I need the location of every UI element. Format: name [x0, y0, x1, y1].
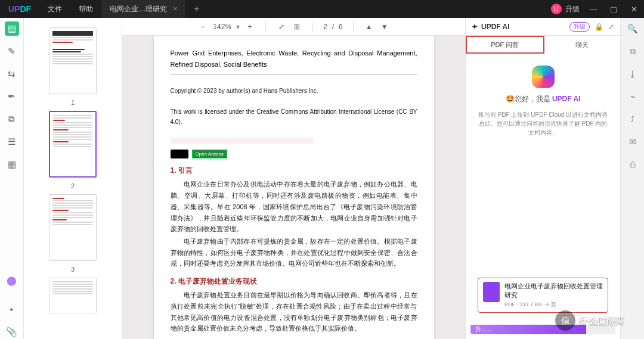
thumb-label-3: 3: [71, 266, 75, 273]
open-access-badge: Open Access: [192, 150, 227, 158]
form-icon[interactable]: ☰: [5, 135, 19, 149]
zoom-out-button[interactable]: −: [197, 21, 208, 32]
outline-icon[interactable]: ▤: [5, 21, 19, 36]
ai-tab-chat[interactable]: 聊天: [544, 36, 621, 54]
view-toolbar: − 142%▾ + ⤢ ⊞ 2 / 6 ▲ ▼: [122, 18, 465, 36]
next-page-button[interactable]: ▼: [379, 21, 390, 32]
page-sep: /: [332, 23, 334, 31]
minimize-button[interactable]: —: [583, 5, 603, 14]
sparkle-icon: ✦: [472, 23, 478, 31]
ai-flower-icon: [532, 66, 555, 88]
fit-width-icon[interactable]: ⤢: [276, 21, 287, 32]
export-icon[interactable]: ⭳: [626, 67, 640, 81]
ai-file-card[interactable]: 电网企业电子废弃物回收处置管理研究 PDF · 312.7 KB · 6 页: [478, 278, 608, 313]
page-current[interactable]: 2: [323, 23, 327, 31]
ai-tab-qa[interactable]: PDF 问答: [466, 36, 544, 54]
copyright-line-1: Copyright © 2023 by author(s) and Hans P…: [171, 86, 417, 96]
keywords-line: Power Grid Enterprises, Electronic Waste…: [171, 48, 417, 70]
thumb-page-1[interactable]: [49, 27, 97, 94]
menu-file[interactable]: 文件: [39, 4, 70, 14]
zoom-in-button[interactable]: +: [244, 21, 255, 32]
search-icon[interactable]: 🔍: [626, 21, 640, 36]
maximize-button[interactable]: ▢: [603, 5, 624, 14]
prev-page-button[interactable]: ▲: [364, 21, 374, 32]
sign-icon[interactable]: ✒: [5, 89, 19, 104]
share-icon[interactable]: ⤴: [626, 112, 640, 126]
ai-panel-title: ✦ UPDF AI: [472, 23, 510, 31]
redact-icon[interactable]: ▦: [5, 157, 19, 172]
print-icon[interactable]: ⎙: [626, 157, 640, 172]
bookmark-icon[interactable]: ⭑: [5, 302, 19, 316]
document-tab[interactable]: 电网企业…理研究 ×: [101, 0, 185, 18]
mail-icon[interactable]: ✉: [626, 135, 640, 149]
page-total: 6: [339, 23, 343, 31]
pdf-page[interactable]: Power Grid Enterprises, Electronic Waste…: [154, 36, 434, 339]
file-name: 电网企业电子废弃物回收处置管理研究: [504, 282, 603, 300]
ai-panel: ✦ UPDF AI 升级 🔒 ⤢ PDF 问答 聊天 🤩您好，我是 UPDF A…: [465, 18, 620, 339]
ai-greeting: 🤩您好，我是 UPDF AI: [506, 94, 581, 104]
user-avatar-icon: U: [551, 4, 562, 14]
ocr-icon[interactable]: ⌁: [626, 89, 640, 104]
thumbnail-panel: 1 2 3: [24, 18, 122, 339]
thumb-page-4[interactable]: [49, 278, 97, 313]
file-meta: PDF · 312.7 KB · 6 页: [504, 301, 603, 309]
close-window-button[interactable]: ✕: [624, 5, 644, 14]
menu-help[interactable]: 帮助: [70, 4, 101, 14]
ai-lock-icon[interactable]: 🔒: [595, 23, 603, 31]
thumb-page-3[interactable]: [49, 194, 97, 261]
convert-icon[interactable]: ⇆: [5, 67, 19, 81]
right-tool-rail: 🔍 ⧉ ⭳ ⌁ ⤴ ✉ ⎙: [620, 18, 644, 339]
attach-icon[interactable]: 📎: [5, 325, 19, 339]
pdf-file-icon: [483, 282, 500, 302]
para-1b: 电子废弃物由于内部存在可提炼的贵金属，故存在一定的处置价值。根据电子废弃物的特性…: [171, 236, 417, 269]
para-2: 电子废弃物处置业务目前在最早期以价格为导向确认回收商。即价高者得，且在执行处置前…: [171, 290, 417, 334]
para-1a: 电网企业在日常办公及供电活动中存在着大量的电子废弃物，例如办公电器、电脑、空调、…: [171, 179, 417, 234]
organize-icon[interactable]: ⧉: [5, 112, 19, 126]
batch-icon[interactable]: ⧉: [626, 44, 640, 58]
copyright-line-2: This work is licensed under the Creative…: [171, 107, 417, 127]
ai-upgrade-pill[interactable]: 升级: [569, 22, 590, 32]
watermark-icon: 值: [555, 310, 575, 331]
app-logo: UPDF: [0, 4, 39, 14]
zoom-level[interactable]: 142%: [213, 23, 231, 31]
ai-description: 将当前 PDF 上传到 UPDF Cloud 以进行文档内容总结。您可以通过问答…: [478, 110, 608, 137]
document-area: − 142%▾ + ⤢ ⊞ 2 / 6 ▲ ▼ Power Gr: [122, 18, 465, 339]
section-1-heading: 1. 引言: [171, 164, 417, 176]
title-bar: UPDF 文件 帮助 电网企业…理研究 × + U 升级 — ▢ ✕: [0, 0, 644, 18]
license-link[interactable]: [171, 138, 314, 144]
close-tab-icon[interactable]: ×: [173, 5, 177, 13]
cc-icon: [171, 150, 188, 158]
annotate-icon[interactable]: ✎: [5, 44, 19, 58]
settings-icon[interactable]: ⬤: [5, 273, 19, 288]
section-2-heading: 2. 电子废弃物处置业务现状: [171, 275, 417, 287]
left-tool-rail: ▤ ✎ ⇆ ✒ ⧉ ☰ ▦ ⬤ ⭑ 📎: [0, 18, 24, 339]
new-tab-button[interactable]: +: [185, 4, 208, 14]
upgrade-label: 升级: [565, 4, 580, 14]
watermark-text: 什么值得买: [579, 315, 624, 326]
watermark: 值 什么值得买: [555, 310, 624, 331]
thumb-label-2: 2: [71, 182, 75, 189]
ai-expand-icon[interactable]: ⤢: [608, 23, 614, 31]
document-tab-label: 电网企业…理研究: [110, 4, 167, 14]
thumb-label-1: 1: [71, 99, 75, 106]
progress-label: 升……: [475, 325, 493, 334]
thumb-page-2[interactable]: [49, 111, 97, 178]
fit-page-icon[interactable]: ⊞: [292, 21, 302, 32]
upgrade-button[interactable]: U 升级: [551, 4, 580, 14]
